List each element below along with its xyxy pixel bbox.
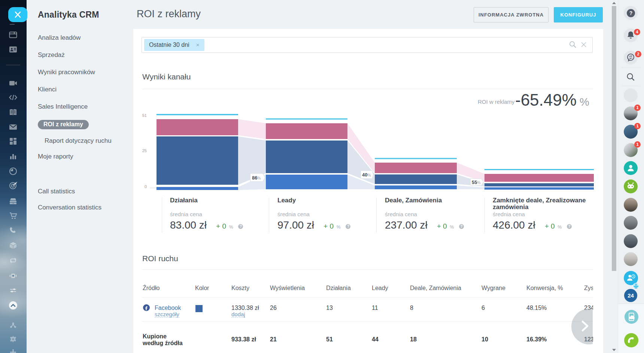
svg-text:55%: 55% xyxy=(472,179,480,185)
svg-text:0: 0 xyxy=(145,184,147,189)
svg-text:25: 25 xyxy=(142,148,147,153)
svg-text:51: 51 xyxy=(142,113,147,118)
svg-text:86%: 86% xyxy=(252,175,261,181)
svg-text:40%: 40% xyxy=(362,172,371,178)
